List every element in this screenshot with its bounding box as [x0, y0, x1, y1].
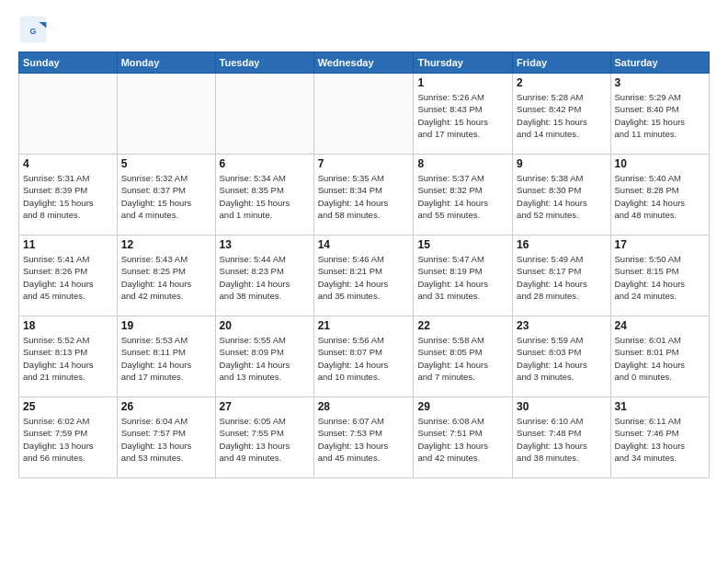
day-number: 11 — [23, 238, 113, 251]
calendar-cell-4-0: 25Sunrise: 6:02 AM Sunset: 7:59 PM Dayli… — [19, 397, 118, 478]
day-number: 16 — [517, 238, 606, 251]
day-number: 22 — [417, 319, 508, 332]
calendar-week-1: 4Sunrise: 5:31 AM Sunset: 8:39 PM Daylig… — [19, 155, 710, 236]
calendar-cell-3-1: 19Sunrise: 5:53 AM Sunset: 8:11 PM Dayli… — [117, 316, 215, 397]
day-info: Sunrise: 5:34 AM Sunset: 8:35 PM Dayligh… — [220, 172, 310, 221]
day-info: Sunrise: 5:41 AM Sunset: 8:26 PM Dayligh… — [23, 253, 113, 302]
day-number: 9 — [517, 157, 606, 170]
day-number: 14 — [318, 238, 410, 251]
column-header-saturday: Saturday — [610, 52, 709, 74]
day-info: Sunrise: 6:07 AM Sunset: 7:53 PM Dayligh… — [318, 415, 410, 464]
calendar-week-2: 11Sunrise: 5:41 AM Sunset: 8:26 PM Dayli… — [19, 236, 710, 316]
calendar-cell-1-0: 4Sunrise: 5:31 AM Sunset: 8:39 PM Daylig… — [19, 155, 118, 236]
calendar-cell-4-1: 26Sunrise: 6:04 AM Sunset: 7:57 PM Dayli… — [117, 397, 215, 478]
day-number: 23 — [517, 319, 606, 332]
calendar-week-4: 25Sunrise: 6:02 AM Sunset: 7:59 PM Dayli… — [19, 397, 710, 478]
day-info: Sunrise: 5:50 AM Sunset: 8:15 PM Dayligh… — [615, 253, 705, 302]
logo-icon: G — [18, 15, 48, 44]
calendar-cell-1-4: 8Sunrise: 5:37 AM Sunset: 8:32 PM Daylig… — [414, 155, 513, 236]
day-info: Sunrise: 5:38 AM Sunset: 8:30 PM Dayligh… — [517, 172, 606, 221]
day-number: 24 — [615, 319, 705, 332]
calendar-cell-0-2 — [215, 74, 313, 155]
page: G SundayMondayTuesdayWednesdayThursdayFr… — [0, 0, 728, 563]
calendar-cell-3-6: 24Sunrise: 6:01 AM Sunset: 8:01 PM Dayli… — [610, 316, 709, 397]
day-info: Sunrise: 5:52 AM Sunset: 8:13 PM Dayligh… — [23, 334, 113, 383]
day-number: 10 — [615, 157, 705, 170]
day-number: 17 — [615, 238, 705, 251]
calendar-cell-0-6: 3Sunrise: 5:29 AM Sunset: 8:40 PM Daylig… — [610, 74, 709, 155]
calendar-cell-2-4: 15Sunrise: 5:47 AM Sunset: 8:19 PM Dayli… — [414, 236, 513, 316]
day-number: 15 — [417, 238, 508, 251]
day-info: Sunrise: 6:11 AM Sunset: 7:46 PM Dayligh… — [615, 415, 705, 464]
logo: G — [18, 15, 51, 44]
column-header-wednesday: Wednesday — [313, 52, 414, 74]
day-info: Sunrise: 6:04 AM Sunset: 7:57 PM Dayligh… — [121, 415, 211, 464]
calendar-cell-4-3: 28Sunrise: 6:07 AM Sunset: 7:53 PM Dayli… — [313, 397, 414, 478]
day-info: Sunrise: 6:10 AM Sunset: 7:48 PM Dayligh… — [517, 415, 606, 464]
day-info: Sunrise: 5:37 AM Sunset: 8:32 PM Dayligh… — [417, 172, 508, 221]
day-info: Sunrise: 5:56 AM Sunset: 8:07 PM Dayligh… — [318, 334, 410, 383]
calendar-cell-0-0 — [19, 74, 118, 155]
column-header-monday: Monday — [117, 52, 215, 74]
column-header-sunday: Sunday — [19, 52, 118, 74]
day-info: Sunrise: 5:44 AM Sunset: 8:23 PM Dayligh… — [220, 253, 310, 302]
calendar-header-row: SundayMondayTuesdayWednesdayThursdayFrid… — [19, 52, 710, 74]
day-number: 2 — [517, 76, 606, 89]
calendar-cell-3-2: 20Sunrise: 5:55 AM Sunset: 8:09 PM Dayli… — [215, 316, 313, 397]
day-info: Sunrise: 5:29 AM Sunset: 8:40 PM Dayligh… — [615, 91, 705, 140]
header: G — [18, 15, 710, 44]
day-info: Sunrise: 6:05 AM Sunset: 7:55 PM Dayligh… — [220, 415, 310, 464]
day-number: 20 — [220, 319, 310, 332]
day-number: 30 — [517, 400, 606, 413]
calendar-cell-0-4: 1Sunrise: 5:26 AM Sunset: 8:43 PM Daylig… — [414, 74, 513, 155]
calendar-cell-3-5: 23Sunrise: 5:59 AM Sunset: 8:03 PM Dayli… — [513, 316, 610, 397]
calendar-cell-4-4: 29Sunrise: 6:08 AM Sunset: 7:51 PM Dayli… — [414, 397, 513, 478]
day-info: Sunrise: 5:49 AM Sunset: 8:17 PM Dayligh… — [517, 253, 606, 302]
column-header-friday: Friday — [513, 52, 610, 74]
calendar-cell-1-5: 9Sunrise: 5:38 AM Sunset: 8:30 PM Daylig… — [513, 155, 610, 236]
calendar-cell-2-1: 12Sunrise: 5:43 AM Sunset: 8:25 PM Dayli… — [117, 236, 215, 316]
day-number: 3 — [615, 76, 705, 89]
day-number: 19 — [121, 319, 211, 332]
calendar-week-0: 1Sunrise: 5:26 AM Sunset: 8:43 PM Daylig… — [19, 74, 710, 155]
day-number: 28 — [318, 400, 410, 413]
calendar-cell-4-5: 30Sunrise: 6:10 AM Sunset: 7:48 PM Dayli… — [513, 397, 610, 478]
calendar-cell-2-2: 13Sunrise: 5:44 AM Sunset: 8:23 PM Dayli… — [215, 236, 313, 316]
calendar-cell-0-5: 2Sunrise: 5:28 AM Sunset: 8:42 PM Daylig… — [513, 74, 610, 155]
calendar-week-3: 18Sunrise: 5:52 AM Sunset: 8:13 PM Dayli… — [19, 316, 710, 397]
calendar-cell-3-0: 18Sunrise: 5:52 AM Sunset: 8:13 PM Dayli… — [19, 316, 118, 397]
day-number: 1 — [417, 76, 508, 89]
day-number: 8 — [417, 157, 508, 170]
calendar-cell-3-3: 21Sunrise: 5:56 AM Sunset: 8:07 PM Dayli… — [313, 316, 414, 397]
day-info: Sunrise: 5:40 AM Sunset: 8:28 PM Dayligh… — [615, 172, 705, 221]
day-number: 25 — [23, 400, 113, 413]
day-info: Sunrise: 5:32 AM Sunset: 8:37 PM Dayligh… — [121, 172, 211, 221]
day-info: Sunrise: 5:53 AM Sunset: 8:11 PM Dayligh… — [121, 334, 211, 383]
calendar-table: SundayMondayTuesdayWednesdayThursdayFrid… — [18, 52, 710, 478]
day-number: 29 — [417, 400, 508, 413]
calendar-cell-0-1 — [117, 74, 215, 155]
day-info: Sunrise: 5:59 AM Sunset: 8:03 PM Dayligh… — [517, 334, 606, 383]
day-number: 5 — [121, 157, 211, 170]
calendar-cell-4-2: 27Sunrise: 6:05 AM Sunset: 7:55 PM Dayli… — [215, 397, 313, 478]
calendar-cell-0-3 — [313, 74, 414, 155]
day-number: 12 — [121, 238, 211, 251]
day-number: 18 — [23, 319, 113, 332]
day-info: Sunrise: 6:01 AM Sunset: 8:01 PM Dayligh… — [615, 334, 705, 383]
calendar-cell-1-2: 6Sunrise: 5:34 AM Sunset: 8:35 PM Daylig… — [215, 155, 313, 236]
calendar-cell-1-1: 5Sunrise: 5:32 AM Sunset: 8:37 PM Daylig… — [117, 155, 215, 236]
day-number: 27 — [220, 400, 310, 413]
day-info: Sunrise: 6:02 AM Sunset: 7:59 PM Dayligh… — [23, 415, 113, 464]
svg-text:G: G — [30, 27, 37, 36]
calendar-cell-4-6: 31Sunrise: 6:11 AM Sunset: 7:46 PM Dayli… — [610, 397, 709, 478]
column-header-tuesday: Tuesday — [215, 52, 313, 74]
calendar-cell-2-3: 14Sunrise: 5:46 AM Sunset: 8:21 PM Dayli… — [313, 236, 414, 316]
day-info: Sunrise: 5:26 AM Sunset: 8:43 PM Dayligh… — [417, 91, 508, 140]
day-info: Sunrise: 6:08 AM Sunset: 7:51 PM Dayligh… — [417, 415, 508, 464]
day-number: 7 — [318, 157, 410, 170]
column-header-thursday: Thursday — [414, 52, 513, 74]
day-info: Sunrise: 5:47 AM Sunset: 8:19 PM Dayligh… — [417, 253, 508, 302]
day-info: Sunrise: 5:55 AM Sunset: 8:09 PM Dayligh… — [220, 334, 310, 383]
day-info: Sunrise: 5:35 AM Sunset: 8:34 PM Dayligh… — [318, 172, 410, 221]
day-info: Sunrise: 5:58 AM Sunset: 8:05 PM Dayligh… — [417, 334, 508, 383]
